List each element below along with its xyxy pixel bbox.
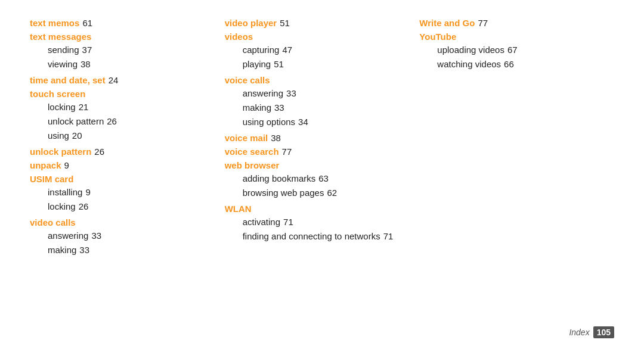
- sub-item-page: 71: [383, 231, 394, 241]
- sub-item-label: capturing: [243, 45, 280, 55]
- sub-item: unlock pattern26: [48, 114, 213, 129]
- sub-item: sending37: [48, 43, 213, 57]
- sub-item-label: answering: [48, 230, 88, 241]
- sub-item: playing51: [243, 57, 408, 71]
- sub-item: adding bookmarks63: [243, 172, 408, 186]
- index-page-num: 38: [271, 133, 281, 143]
- sub-item: capturing47: [243, 43, 408, 57]
- sub-item-page: 33: [286, 88, 296, 98]
- index-entry: voice callsanswering33making33using opti…: [225, 75, 408, 129]
- sub-items: answering33making33: [48, 229, 213, 257]
- sub-item-label: using: [48, 130, 69, 141]
- sub-item-label: adding bookmarks: [243, 173, 316, 183]
- column-2: video player51videoscapturing47playing51…: [225, 18, 420, 331]
- sub-item-page: 21: [79, 102, 89, 112]
- sub-item-label: answering: [243, 88, 283, 98]
- index-page-num: 24: [109, 75, 119, 85]
- sub-item-page: 26: [79, 201, 89, 211]
- sub-item-page: 47: [282, 45, 292, 55]
- sub-item-label: activating: [243, 217, 280, 227]
- sub-item: locking26: [48, 200, 213, 214]
- sub-item: making33: [243, 101, 408, 115]
- sub-item-page: 37: [82, 45, 92, 55]
- sub-item-label: unlock pattern: [48, 116, 104, 126]
- index-entry: WLANactivating71finding and connecting t…: [225, 204, 408, 244]
- index-page-num: 9: [64, 160, 69, 170]
- index-page-num: 77: [282, 147, 292, 157]
- index-page-num: 61: [82, 18, 92, 28]
- sub-item: making33: [48, 243, 213, 257]
- index-entry: videoscapturing47playing51: [225, 32, 408, 71]
- sub-items: adding bookmarks63browsing web pages62: [243, 172, 408, 200]
- index-entry: text messagessending37viewing38: [30, 32, 213, 71]
- footer-label: Index: [569, 328, 589, 337]
- index-term: web browser: [225, 160, 280, 170]
- index-term: video calls: [30, 217, 76, 228]
- sub-item: activating71: [243, 215, 408, 229]
- index-entry: web browseradding bookmarks63browsing we…: [225, 160, 408, 200]
- sub-item-label: locking: [48, 201, 76, 211]
- index-term: unlock pattern: [30, 147, 91, 157]
- sub-item: using options34: [243, 115, 408, 129]
- index-entry: USIM cardinstalling9locking26: [30, 174, 213, 214]
- index-term: unpack: [30, 160, 61, 170]
- sub-item-label: watching videos: [437, 59, 501, 69]
- index-term: text memos: [30, 18, 79, 28]
- index-entry: YouTubeuploading videos67watching videos…: [419, 32, 602, 71]
- index-entry: voice search77: [225, 147, 408, 157]
- sub-items: installing9locking26: [48, 185, 213, 214]
- index-term: touch screen: [30, 89, 85, 99]
- index-entry: time and date, set24: [30, 75, 213, 85]
- sub-items: answering33making33using options34: [243, 86, 408, 129]
- index-term: YouTube: [419, 32, 456, 42]
- index-columns: text memos61text messagessending37viewin…: [30, 18, 614, 331]
- footer: Index 105: [569, 326, 614, 338]
- sub-item: viewing38: [48, 57, 213, 71]
- sub-item: answering33: [48, 229, 213, 243]
- index-page-num: 77: [478, 18, 488, 28]
- index-term: Write and Go: [419, 18, 475, 28]
- footer-page-number: 105: [593, 326, 614, 338]
- sub-item-page: 20: [72, 130, 82, 141]
- sub-item-label: making: [243, 102, 271, 113]
- sub-item-label: installing: [48, 187, 82, 197]
- sub-item-label: sending: [48, 45, 79, 55]
- sub-item-page: 34: [298, 117, 308, 127]
- sub-item-label: using options: [243, 117, 295, 127]
- index-term: WLAN: [225, 204, 252, 214]
- sub-item-page: 66: [504, 59, 514, 69]
- index-term: video player: [225, 18, 277, 28]
- index-entry: touch screenlocking21unlock pattern26usi…: [30, 89, 213, 143]
- index-term: voice search: [225, 147, 279, 157]
- sub-item-label: viewing: [48, 59, 78, 69]
- column-3: Write and Go77YouTubeuploading videos67w…: [419, 18, 614, 331]
- column-1: text memos61text messagessending37viewin…: [30, 18, 225, 331]
- sub-item-label: browsing web pages: [243, 188, 324, 198]
- sub-item-page: 33: [91, 230, 101, 241]
- sub-item-page: 33: [274, 102, 284, 113]
- index-entry: unpack9: [30, 160, 213, 170]
- sub-item: locking21: [48, 100, 213, 114]
- index-entry: unlock pattern26: [30, 147, 213, 157]
- index-term: text messages: [30, 32, 91, 42]
- index-entry: video player51: [225, 18, 408, 28]
- index-entry: Write and Go77: [419, 18, 602, 28]
- index-entry: text memos61: [30, 18, 213, 28]
- sub-items: activating71finding and connecting to ne…: [243, 215, 408, 244]
- index-entry: video callsanswering33making33: [30, 217, 213, 257]
- sub-item-page: 62: [327, 188, 337, 198]
- sub-item: watching videos66: [437, 57, 602, 71]
- sub-item: uploading videos67: [437, 43, 602, 57]
- index-term: voice mail: [225, 133, 268, 143]
- sub-item-page: 51: [274, 59, 284, 69]
- sub-item-label: locking: [48, 102, 76, 112]
- index-term: voice calls: [225, 75, 270, 85]
- sub-item-page: 33: [79, 245, 89, 255]
- sub-item: browsing web pages62: [243, 186, 408, 200]
- sub-item-page: 38: [80, 59, 91, 69]
- sub-item-label: playing: [243, 59, 271, 69]
- index-term: time and date, set: [30, 75, 106, 85]
- index-entry: voice mail38: [225, 133, 408, 143]
- sub-item: using20: [48, 129, 213, 143]
- index-page-num: 26: [94, 147, 104, 157]
